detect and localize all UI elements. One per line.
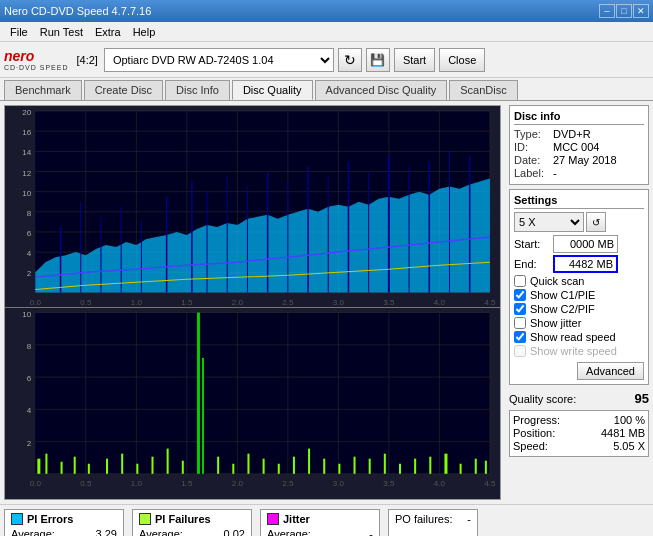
tab-scan-disc[interactable]: ScanDisc	[449, 80, 517, 100]
position-row: Position: 4481 MB	[513, 427, 645, 439]
show-jitter-label: Show jitter	[530, 317, 581, 329]
drive-label: [4:2]	[77, 54, 98, 66]
svg-rect-100	[278, 464, 280, 474]
show-c1-checkbox[interactable]	[514, 289, 526, 301]
menu-extra[interactable]: Extra	[89, 24, 127, 40]
jitter-group: Jitter Average: - Maximum: -	[260, 509, 380, 536]
logo-subtitle: CD·DVD SPEED	[4, 64, 69, 71]
svg-text:1.5: 1.5	[181, 479, 193, 488]
avg-val-1: 0.02	[224, 528, 245, 536]
show-write-speed-checkbox	[514, 345, 526, 357]
start-input[interactable]	[553, 235, 618, 253]
speed-value-display: 5.05 X	[613, 440, 645, 452]
svg-text:3.5: 3.5	[383, 479, 395, 488]
start-button[interactable]: Start	[394, 48, 435, 72]
show-write-speed-row: Show write speed	[514, 345, 644, 357]
po-label: PO failures:	[395, 513, 452, 525]
show-c2-checkbox[interactable]	[514, 303, 526, 315]
maximize-button[interactable]: □	[616, 4, 632, 18]
svg-text:4.5: 4.5	[484, 298, 496, 307]
tab-disc-quality[interactable]: Disc Quality	[232, 80, 313, 100]
svg-rect-104	[338, 464, 340, 474]
svg-text:0.5: 0.5	[80, 298, 92, 307]
menu-file[interactable]: File	[4, 24, 34, 40]
menu-run-test[interactable]: Run Test	[34, 24, 89, 40]
svg-rect-85	[61, 462, 63, 474]
svg-text:1.0: 1.0	[131, 298, 143, 307]
tab-disc-info[interactable]: Disc Info	[165, 80, 230, 100]
svg-text:0.0: 0.0	[30, 479, 42, 488]
jitter-color	[267, 513, 279, 525]
pi-errors-title: PI Errors	[27, 513, 73, 525]
settings-section: Settings 5 X 1 X 2 X 4 X 8 X Max ↺ Start…	[509, 189, 649, 385]
close-button[interactable]: ✕	[633, 4, 649, 18]
type-value: DVD+R	[553, 128, 591, 140]
close-app-button[interactable]: Close	[439, 48, 485, 72]
svg-rect-88	[106, 459, 108, 474]
show-jitter-checkbox[interactable]	[514, 317, 526, 329]
pi-failures-avg: Average: 0.02	[139, 528, 245, 536]
svg-text:3.0: 3.0	[333, 479, 345, 488]
pi-failures-header: PI Failures	[139, 513, 245, 525]
stats-bar: PI Errors Average: 3.29 Maximum: 16 Tota…	[0, 504, 653, 536]
toolbar: nero CD·DVD SPEED [4:2] Optiarc DVD RW A…	[0, 42, 653, 78]
pi-errors-header: PI Errors	[11, 513, 117, 525]
svg-text:6: 6	[27, 374, 32, 383]
tab-benchmark[interactable]: Benchmark	[4, 80, 82, 100]
svg-text:3.0: 3.0	[333, 298, 345, 307]
avg-label-0: Average:	[11, 528, 55, 536]
quick-scan-checkbox[interactable]	[514, 275, 526, 287]
refresh-icon-btn[interactable]: ↻	[338, 48, 362, 72]
chart-area: 20 16 14 12 10 8 6 4 2	[4, 105, 501, 500]
end-row: End:	[514, 255, 644, 273]
reset-icon-btn[interactable]: ↺	[586, 212, 606, 232]
pi-errors-color	[11, 513, 23, 525]
show-c2-row: Show C2/PIF	[514, 303, 644, 315]
tab-create-disc[interactable]: Create Disc	[84, 80, 163, 100]
minimize-button[interactable]: –	[599, 4, 615, 18]
disc-id-row: ID: MCC 004	[514, 141, 644, 153]
start-label: Start:	[514, 238, 549, 250]
menu-help[interactable]: Help	[127, 24, 162, 40]
label-label: Label:	[514, 167, 549, 179]
svg-rect-111	[444, 454, 447, 474]
progress-section: Progress: 100 % Position: 4481 MB Speed:…	[509, 410, 649, 457]
right-panel: Disc info Type: DVD+R ID: MCC 004 Date: …	[505, 101, 653, 504]
svg-rect-106	[369, 459, 371, 474]
show-read-speed-checkbox[interactable]	[514, 331, 526, 343]
tabs: Benchmark Create Disc Disc Info Disc Qua…	[0, 78, 653, 101]
svg-rect-91	[151, 457, 153, 474]
advanced-button[interactable]: Advanced	[577, 362, 644, 380]
show-c1-row: Show C1/PIE	[514, 289, 644, 301]
avg-val-2: -	[369, 528, 373, 536]
svg-rect-105	[354, 457, 356, 474]
svg-rect-93	[182, 461, 184, 474]
pi-errors-group: PI Errors Average: 3.29 Maximum: 16 Tota…	[4, 509, 124, 536]
po-failures-row: PO failures: -	[395, 513, 471, 525]
svg-text:0.0: 0.0	[30, 298, 42, 307]
position-value: 4481 MB	[601, 427, 645, 439]
drive-select[interactable]: Optiarc DVD RW AD-7240S 1.04	[104, 48, 334, 72]
svg-rect-83	[37, 459, 40, 474]
id-value: MCC 004	[553, 141, 599, 153]
save-icon-btn[interactable]: 💾	[366, 48, 390, 72]
title-controls: – □ ✕	[599, 4, 649, 18]
speed-select[interactable]: 5 X 1 X 2 X 4 X 8 X Max	[514, 212, 584, 232]
svg-rect-97	[232, 464, 234, 474]
svg-rect-110	[429, 457, 431, 474]
end-input[interactable]	[553, 255, 618, 273]
svg-text:10: 10	[22, 310, 31, 319]
avg-val-0: 3.29	[96, 528, 117, 536]
title-bar: Nero CD-DVD Speed 4.7.7.16 – □ ✕	[0, 0, 653, 22]
svg-rect-101	[293, 457, 295, 474]
menu-bar: File Run Test Extra Help	[0, 22, 653, 42]
disc-info-title: Disc info	[514, 110, 644, 125]
quality-score-row: Quality score: 95	[509, 389, 649, 408]
avg-label-1: Average:	[139, 528, 183, 536]
svg-rect-112	[460, 464, 462, 474]
tab-advanced-disc-quality[interactable]: Advanced Disc Quality	[315, 80, 448, 100]
svg-text:8: 8	[27, 342, 32, 351]
disc-type-row: Type: DVD+R	[514, 128, 644, 140]
svg-text:2: 2	[27, 269, 32, 278]
position-label: Position:	[513, 427, 555, 439]
